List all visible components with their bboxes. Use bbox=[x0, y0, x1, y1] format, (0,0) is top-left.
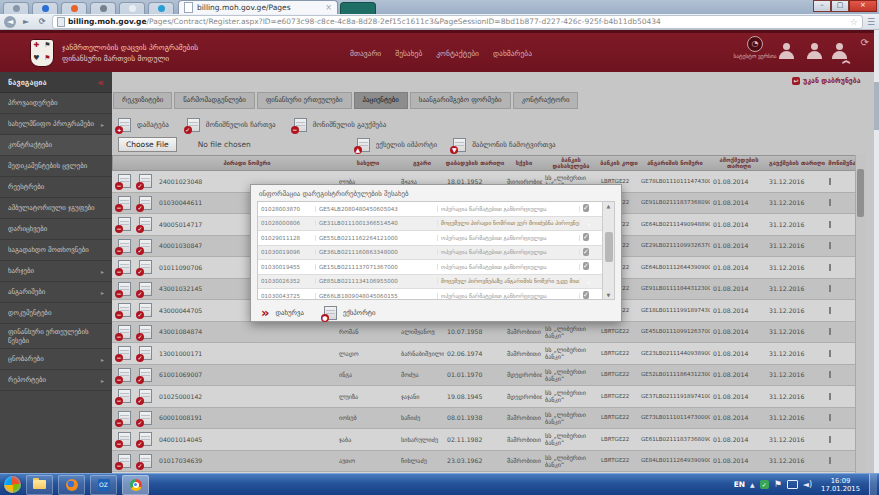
content-tab[interactable]: პაციენტები bbox=[354, 92, 408, 109]
edit-row-icon[interactable]: ✓ bbox=[139, 217, 152, 231]
taskbar-app-oz[interactable]: OZ bbox=[90, 475, 117, 495]
header-nav-item[interactable]: დახმარება bbox=[493, 49, 532, 58]
favicon-tab[interactable] bbox=[148, 2, 174, 14]
forward-icon[interactable]: ► bbox=[20, 16, 32, 28]
column-header[interactable]: ბანკის კოდი bbox=[599, 156, 639, 170]
column-header[interactable]: პირადი ნომერი bbox=[157, 156, 337, 170]
sidebar-item[interactable]: ამბულატორიული ჯგუფები bbox=[0, 198, 112, 219]
sidebar-item[interactable]: ფინანსური ერთეულების წესები bbox=[0, 324, 112, 349]
column-header[interactable]: გვარი bbox=[399, 156, 445, 170]
edit-row-icon[interactable]: ✓ bbox=[139, 432, 152, 446]
row-checkbox[interactable] bbox=[829, 221, 831, 228]
favicon-tab[interactable] bbox=[119, 2, 145, 14]
deactivate-row-icon[interactable]: − bbox=[118, 454, 131, 468]
column-header[interactable]: სახელი bbox=[337, 156, 399, 170]
deactivate-row-icon[interactable]: − bbox=[118, 217, 131, 231]
column-header[interactable]: ანგარიშის ნომერი bbox=[639, 156, 711, 170]
favicon-tab[interactable] bbox=[32, 2, 58, 14]
start-button[interactable] bbox=[4, 476, 21, 493]
show-desktop-button[interactable] bbox=[869, 474, 877, 495]
close-chevrons-icon[interactable]: » bbox=[261, 308, 269, 318]
table-scrollbar-thumb[interactable] bbox=[857, 169, 864, 217]
modal-scrollbar[interactable]: ▲ ▼ bbox=[602, 202, 614, 299]
row-checkbox[interactable] bbox=[829, 414, 831, 421]
network-icon[interactable] bbox=[787, 480, 798, 489]
deactivate-row-icon[interactable]: − bbox=[118, 411, 131, 425]
taskbar-chrome-active[interactable] bbox=[122, 475, 149, 495]
edit-row-icon[interactable]: ✓ bbox=[139, 174, 152, 188]
cancel-selected-button[interactable]: − მონიშნულის გაუქმება bbox=[294, 118, 387, 132]
bookmark-star-icon[interactable]: ☆ bbox=[850, 17, 858, 27]
excel-import-button[interactable]: ▲ ექსელის იმპორტი bbox=[357, 138, 437, 152]
deactivate-row-icon[interactable]: − bbox=[118, 282, 131, 296]
edit-row-icon[interactable]: ✓ bbox=[139, 325, 152, 339]
address-bar[interactable]: billing.moh.gov.ge/Pages/Contract/Regist… bbox=[52, 15, 863, 29]
clock[interactable]: 16:09 17.01.2015 bbox=[821, 477, 860, 493]
header-nav-item[interactable]: კონტაქტები bbox=[436, 49, 479, 58]
deactivate-row-icon[interactable]: − bbox=[118, 368, 131, 382]
row-checkbox[interactable] bbox=[829, 371, 831, 378]
choose-file-button[interactable]: Choose File bbox=[118, 137, 177, 152]
tray-expand-icon[interactable]: ▲ bbox=[750, 481, 755, 488]
deactivate-row-icon[interactable]: − bbox=[118, 174, 131, 188]
collapse-header-icon[interactable]: ︽ bbox=[842, 57, 851, 64]
user-document-icon[interactable] bbox=[803, 43, 825, 63]
favicon-tab[interactable] bbox=[3, 2, 29, 14]
content-tab[interactable]: ფინანსური ერთეულები bbox=[257, 92, 352, 109]
header-nav-item[interactable]: მთავარი bbox=[350, 49, 381, 58]
edit-row-icon[interactable]: ✓ bbox=[139, 239, 152, 253]
sidebar-item[interactable]: რეესტრები bbox=[0, 177, 112, 198]
sidebar-item[interactable]: დოკუმენტები bbox=[0, 303, 112, 324]
content-tab[interactable]: საანგარიშგებო ფორმები bbox=[410, 92, 511, 109]
template-download-button[interactable]: ▼ შაბლონის ჩამოტვირთვა bbox=[453, 138, 555, 152]
row-checkbox[interactable] bbox=[829, 264, 831, 271]
export-excel-icon[interactable]: ● bbox=[324, 306, 337, 320]
row-checkbox[interactable] bbox=[829, 457, 831, 464]
security-tray-icon[interactable]: ✓ bbox=[760, 480, 769, 489]
row-checkbox[interactable] bbox=[829, 178, 831, 185]
table-scrollbar[interactable] bbox=[855, 155, 866, 473]
sidebar-item[interactable]: კონტრაქტები bbox=[0, 135, 112, 156]
sidebar-item[interactable]: ანგარიშები▸ bbox=[0, 282, 112, 303]
favicon-tab[interactable] bbox=[90, 2, 116, 14]
edit-row-icon[interactable]: ✓ bbox=[139, 454, 152, 468]
row-checkbox[interactable] bbox=[829, 350, 831, 357]
modal-scrollbar-thumb[interactable] bbox=[605, 232, 613, 262]
row-checkbox[interactable] bbox=[829, 393, 831, 400]
row-checkbox[interactable] bbox=[829, 199, 831, 206]
browser-menu-icon[interactable]: ☰ bbox=[867, 16, 875, 28]
session-refresh-icon[interactable]: ⟳ bbox=[861, 37, 869, 48]
edit-row-icon[interactable]: ✓ bbox=[139, 196, 152, 210]
volume-icon[interactable]: ◄) bbox=[803, 480, 812, 489]
modal-close-label[interactable]: დახურვა bbox=[275, 309, 303, 317]
sidebar-collapse-icon[interactable]: « bbox=[98, 77, 104, 88]
browser-page-scrollbar-thumb[interactable] bbox=[874, 82, 879, 130]
modal-scroll-down-icon[interactable]: ▼ bbox=[603, 292, 614, 298]
edit-row-icon[interactable]: ✓ bbox=[139, 346, 152, 360]
back-icon[interactable]: ◄ bbox=[4, 16, 16, 28]
row-checkbox[interactable] bbox=[829, 285, 831, 292]
maximize-button[interactable]: ▢ bbox=[831, 0, 849, 12]
action-center-flag-icon[interactable]: ⚑ bbox=[774, 480, 782, 489]
taskbar-explorer[interactable] bbox=[26, 475, 53, 495]
deactivate-row-icon[interactable]: − bbox=[118, 239, 131, 253]
edit-row-icon[interactable]: ✓ bbox=[139, 368, 152, 382]
header-nav-item[interactable]: შესახებ bbox=[395, 49, 422, 58]
edit-row-icon[interactable]: ✓ bbox=[139, 260, 152, 274]
column-header[interactable]: დაბადების თარიღი bbox=[445, 156, 505, 170]
column-header[interactable]: ბანკის დასახელება bbox=[543, 156, 599, 170]
modal-scroll-up-icon[interactable]: ▲ bbox=[603, 203, 614, 209]
language-indicator[interactable]: EN bbox=[734, 480, 745, 489]
sidebar-item[interactable]: საგადახდო მოთხოვნები bbox=[0, 240, 112, 261]
row-checkbox[interactable] bbox=[829, 242, 831, 249]
user-icon[interactable] bbox=[775, 43, 797, 63]
deactivate-row-icon[interactable]: − bbox=[118, 260, 131, 274]
sidebar-item[interactable]: პროვაიდერები bbox=[0, 93, 112, 114]
active-browser-tab[interactable]: billing.moh.gov.ge/Pages × bbox=[178, 0, 338, 14]
deactivate-row-icon[interactable]: − bbox=[118, 389, 131, 403]
content-tab[interactable]: რეკვიზიტები bbox=[113, 92, 172, 109]
edit-row-icon[interactable]: ✓ bbox=[139, 411, 152, 425]
row-checkbox[interactable] bbox=[829, 328, 831, 335]
sidebar-item[interactable]: მედიკამენტების ცვლები bbox=[0, 156, 112, 177]
deactivate-row-icon[interactable]: − bbox=[118, 432, 131, 446]
